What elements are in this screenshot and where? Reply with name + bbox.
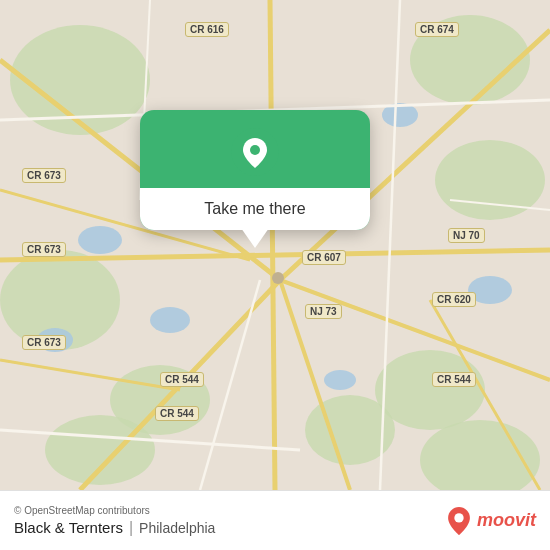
road-label-cr607: CR 607 (302, 250, 346, 265)
bottom-bar-info: © OpenStreetMap contributors Black & Ter… (14, 505, 445, 537)
road-label-cr673-mid: CR 673 (22, 242, 66, 257)
road-label-cr673-bot: CR 673 (22, 335, 66, 350)
place-name: Black & Ternters (14, 519, 123, 536)
road-label-cr544-right: CR 544 (432, 372, 476, 387)
location-pin-icon (231, 128, 279, 176)
moovit-pin-icon (445, 507, 473, 535)
take-me-there-button[interactable]: Take me there (140, 188, 370, 230)
map-svg (0, 0, 550, 490)
osm-attribution: © OpenStreetMap contributors (14, 505, 445, 516)
road-label-cr620: CR 620 (432, 292, 476, 307)
moovit-logo: moovit (445, 507, 536, 535)
map-container: CR 616 CR 674 CR 674 CR 673 CR 673 CR 67… (0, 0, 550, 490)
place-location: Philadelphia (139, 520, 215, 536)
road-label-nj73: NJ 73 (305, 304, 342, 319)
svg-point-12 (150, 307, 190, 333)
svg-point-35 (454, 513, 463, 522)
road-label-cr544-left: CR 544 (160, 372, 204, 387)
road-label-cr673-top: CR 673 (22, 168, 66, 183)
svg-point-32 (272, 272, 284, 284)
road-label-cr674-top: CR 674 (415, 22, 459, 37)
svg-point-10 (78, 226, 122, 254)
road-label-nj70: NJ 70 (448, 228, 485, 243)
road-label-cr544-mid: CR 544 (155, 406, 199, 421)
popup-card: Take me there (140, 110, 370, 230)
moovit-text: moovit (477, 510, 536, 531)
svg-point-34 (250, 145, 260, 155)
road-label-cr616: CR 616 (185, 22, 229, 37)
bottom-bar: © OpenStreetMap contributors Black & Ter… (0, 490, 550, 550)
svg-point-15 (324, 370, 356, 390)
